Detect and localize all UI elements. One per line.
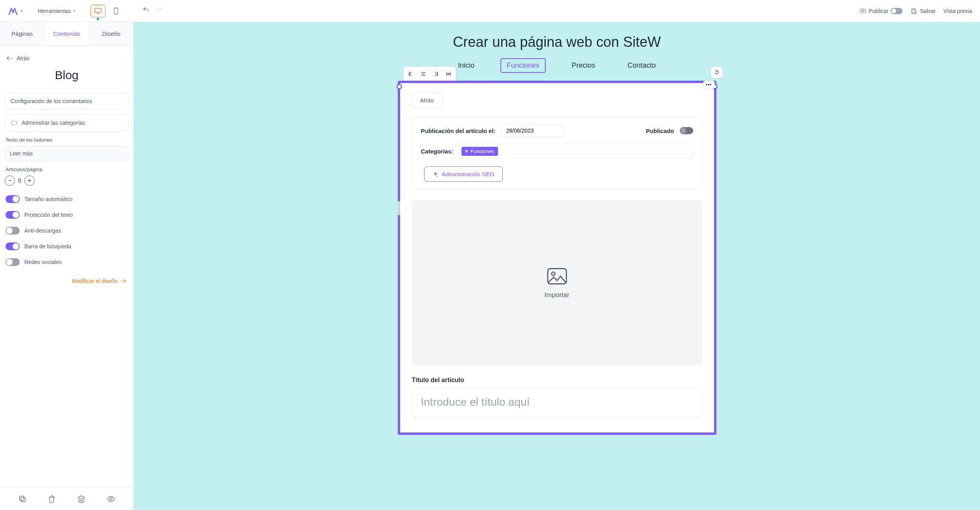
toggle-social-label: Redes sociales <box>24 259 62 265</box>
redo-button[interactable] <box>155 6 162 15</box>
topbar: ▾ Herramientas ▾ Publicar Salvar <box>0 0 980 22</box>
manage-categories-label: Administrar las categorías <box>22 120 85 126</box>
article-meta-box: Publicación del artículo el: Publicado C… <box>412 116 702 189</box>
align-left-icon <box>408 71 414 77</box>
logo-menu[interactable]: ▾ <box>8 6 23 16</box>
tab-content[interactable]: Contenido <box>44 22 89 45</box>
image-import-dropzone[interactable]: Importar <box>412 200 702 366</box>
tools-label: Herramientas <box>38 8 71 14</box>
publish-label: Publicar <box>869 8 889 14</box>
redo-icon <box>155 6 162 13</box>
toggle-row-anti-download: Anti-descargas <box>5 223 129 238</box>
align-right-button[interactable] <box>430 68 441 79</box>
preview-button[interactable]: Vista previa <box>943 8 972 14</box>
site-title: Crear una página web con SiteW <box>134 22 980 58</box>
svg-rect-3 <box>21 497 26 502</box>
publish-action[interactable]: Publicar <box>859 7 903 15</box>
device-switcher <box>90 5 124 17</box>
tab-pages[interactable]: Páginas <box>0 22 44 45</box>
modify-design-link[interactable]: Modificar el diseño <box>5 270 129 284</box>
button-text-input[interactable] <box>5 146 129 161</box>
selection-handle-left[interactable] <box>397 84 402 89</box>
sidebar-footer <box>0 487 133 510</box>
nav-item-home[interactable]: Inicio <box>452 58 481 73</box>
selected-blog-block[interactable]: ••• Atrás Publicación del artículo el: P… <box>398 81 716 435</box>
tools-menu[interactable]: Herramientas ▾ <box>38 8 76 14</box>
save-icon <box>910 7 917 15</box>
toggle-social[interactable] <box>6 258 20 266</box>
cloud-upload-icon <box>859 7 866 15</box>
svg-point-2 <box>116 13 116 13</box>
duplicate-button[interactable] <box>18 495 27 503</box>
visibility-button[interactable] <box>107 495 115 503</box>
sidebar: Páginas Contenido Diseño Atrás Blog Conf… <box>0 22 134 510</box>
stepper-value: 5 <box>18 177 21 184</box>
svg-rect-0 <box>95 8 102 12</box>
stepper-minus-button[interactable]: − <box>5 176 15 186</box>
undo-button[interactable] <box>142 6 149 15</box>
svg-rect-6 <box>548 269 566 284</box>
remove-tag-button[interactable]: ✕ <box>465 149 468 154</box>
delete-button[interactable] <box>48 495 56 503</box>
save-label: Salvar <box>920 8 936 14</box>
svg-rect-4 <box>20 496 24 500</box>
copy-icon <box>18 495 27 503</box>
article-title-input[interactable] <box>412 388 702 417</box>
category-tag: ✕ Funciones <box>461 147 498 156</box>
align-left-button[interactable] <box>405 68 416 79</box>
canvas[interactable]: Crear una página web con SiteW Inicio Fu… <box>134 22 980 510</box>
nav-item-features[interactable]: Funciones <box>500 58 546 73</box>
articles-per-page-stepper: − 5 + <box>5 176 129 186</box>
topbar-right-actions: Publicar Salvar Vista previa <box>859 7 972 15</box>
toggle-row-search-bar: Barra de búsqueda <box>5 238 129 254</box>
categories-label: Categorías: <box>421 148 454 155</box>
manage-categories-button[interactable]: Administrar las categorías <box>5 114 129 131</box>
align-stretch-button[interactable] <box>443 68 454 79</box>
block-drag-rail[interactable] <box>398 201 400 215</box>
categories-input[interactable]: ✕ Funciones <box>459 144 693 159</box>
comments-config-label: Configuración de los comentarios <box>11 98 92 104</box>
trash-icon <box>48 495 56 503</box>
stepper-plus-button[interactable]: + <box>24 176 35 186</box>
sidebar-back-label: Atrás <box>17 55 30 61</box>
arrow-right-icon <box>120 279 126 283</box>
block-reset-button[interactable] <box>711 67 723 78</box>
svg-point-5 <box>110 498 112 500</box>
article-back-button[interactable]: Atrás <box>412 92 442 108</box>
nav-item-contact[interactable]: Contacto <box>621 58 662 73</box>
layers-button[interactable] <box>77 495 86 503</box>
device-mobile-button[interactable] <box>109 5 124 17</box>
toggle-row-auto-size: Tamaño automático <box>5 191 129 207</box>
seo-admin-button[interactable]: Administración SEO <box>424 166 503 182</box>
article-back-label: Atrás <box>420 97 434 103</box>
nav-item-pricing[interactable]: Precios <box>565 58 602 73</box>
toggle-anti-download[interactable] <box>6 227 20 235</box>
publication-date-input[interactable] <box>501 124 564 137</box>
eye-icon <box>107 495 115 503</box>
align-center-button[interactable] <box>418 68 429 79</box>
publish-auto-toggle[interactable] <box>891 8 902 14</box>
articles-per-page-label: Artículos/página <box>6 166 129 172</box>
toggle-anti-download-label: Anti-descargas <box>24 227 61 234</box>
block-more-button[interactable]: ••• <box>703 81 715 89</box>
logo-icon <box>8 6 18 16</box>
undo-icon <box>142 6 149 13</box>
sidebar-tabs: Páginas Contenido Diseño <box>0 22 133 46</box>
arrow-left-icon <box>6 55 13 61</box>
folder-icon <box>11 119 18 126</box>
comments-config-button[interactable]: Configuración de los comentarios <box>5 93 129 109</box>
published-toggle[interactable] <box>680 127 693 134</box>
published-label: Publicado <box>646 128 674 134</box>
undo-redo-group <box>142 6 162 15</box>
sidebar-back-button[interactable]: Atrás <box>5 52 129 68</box>
toggle-auto-size[interactable] <box>6 195 20 203</box>
preview-label: Vista previa <box>943 8 972 14</box>
main-layout: Páginas Contenido Diseño Atrás Blog Conf… <box>0 22 980 510</box>
toggle-search-bar[interactable] <box>6 242 20 250</box>
device-desktop-button[interactable] <box>90 5 105 17</box>
tab-design[interactable]: Diseño <box>89 22 133 45</box>
toggle-auto-size-label: Tamaño automático <box>24 196 72 202</box>
site-nav: Inicio Funciones Precios Contacto <box>134 58 980 81</box>
save-button[interactable]: Salvar <box>910 7 936 15</box>
toggle-text-protection[interactable] <box>6 211 20 219</box>
